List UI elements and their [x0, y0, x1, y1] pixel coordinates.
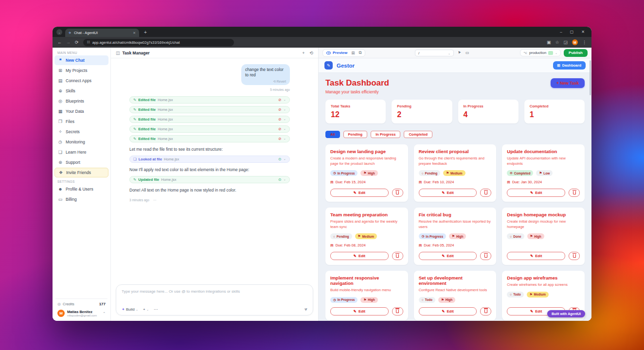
delete-task-button[interactable]	[392, 307, 403, 315]
edit-task-button[interactable]: ✎ Edit	[330, 252, 389, 260]
edited-file-chip[interactable]: ✎ Edited file Home.jsx ⊘ ⌄	[129, 135, 290, 142]
route-select[interactable]: / ⌄	[415, 50, 454, 56]
sidebar-item-billing[interactable]: ▭ Billing	[54, 194, 108, 204]
filter-button[interactable]: Completed	[404, 131, 432, 138]
message-more-icon[interactable]: ⋯	[153, 198, 157, 202]
history-icon[interactable]: ⟲	[309, 51, 313, 55]
dashboard-button[interactable]: ⊞ Dashboard	[553, 61, 586, 70]
edit-task-button[interactable]: ✎ Edit	[330, 189, 389, 197]
edit-task-button[interactable]: ✎ Edit	[419, 307, 477, 315]
environment-dropdown[interactable]: ⌥ production ⌄	[520, 49, 561, 56]
revert-circle-icon[interactable]: ⊘	[278, 137, 281, 141]
edit-task-button[interactable]: ✎ Edit	[419, 252, 477, 260]
filter-button[interactable]: In Progress	[371, 131, 400, 138]
edited-file-chip[interactable]: ✎ Edited file Home.jsx ⊘ ⌄	[129, 116, 290, 123]
revert-circle-icon[interactable]: ⊘	[278, 98, 281, 102]
chevron-down-icon: ⌄	[448, 52, 450, 55]
more-options-button[interactable]: ⋯	[154, 307, 158, 312]
edited-file-chip[interactable]: ✎ Edited file Home.jsx ⊘ ⌄	[129, 106, 290, 113]
browser-tab[interactable]: ✈ Chat - AgentUI ✕	[65, 29, 139, 37]
chevron-down-icon[interactable]: ⌄	[284, 117, 286, 121]
preview-tab[interactable]: Preview	[326, 51, 347, 55]
forward-icon[interactable]: →	[66, 40, 71, 45]
delete-task-button[interactable]	[392, 189, 403, 197]
sidebar-item-blueprints[interactable]: ◎ Blueprints	[54, 96, 108, 106]
build-mode-dropdown[interactable]: ✦ Build ⌄	[122, 307, 138, 312]
sidebar-item-support[interactable]: ⊛ Support	[54, 158, 108, 167]
reload-icon[interactable]: ⟳	[75, 40, 79, 45]
browser-profile-avatar[interactable]: M	[572, 39, 578, 45]
looked-file-chip[interactable]: ❏ Looked at file Home.jsx ⊙ ⌄	[129, 156, 290, 163]
bookmark-star-icon[interactable]: ☆	[555, 40, 559, 45]
chevron-down-icon[interactable]: ⌄	[284, 127, 286, 131]
publish-button[interactable]: Publish	[564, 49, 588, 57]
edit-task-button[interactable]: ✎ Edit	[330, 307, 389, 315]
edited-file-chip[interactable]: ✎ Edited file Home.jsx ⊘ ⌄	[129, 125, 290, 133]
edited-file-chip[interactable]: ✎ Edited file Home.jsx ⊘ ⌄	[129, 96, 290, 104]
filter-button[interactable]: Pending	[343, 131, 368, 138]
sidebar-item-profile-users[interactable]: ☻ Profile & Users	[54, 184, 108, 194]
chat-messages[interactable]: change the text color to red ⟲ Revert 5 …	[111, 58, 318, 280]
window-minimize-button[interactable]: –	[560, 30, 562, 34]
chevron-down-icon[interactable]: ⌄	[284, 177, 286, 181]
edit-task-button[interactable]: ✎ Edit	[419, 189, 477, 197]
message-input[interactable]: Type your message here... Or use @ to me…	[116, 284, 313, 315]
install-app-icon[interactable]: ▣	[547, 40, 551, 45]
sidebar-item-new-chat[interactable]: ❝ New Chat	[54, 55, 108, 65]
delete-task-button[interactable]	[569, 189, 580, 197]
edit-task-button[interactable]: ✎ Edit	[507, 189, 565, 197]
revert-circle-icon[interactable]: ⊘	[278, 127, 281, 131]
chevron-down-icon[interactable]: ⌄	[284, 157, 286, 161]
send-icon[interactable]: ➤	[303, 306, 309, 313]
filter-button[interactable]: All	[325, 131, 340, 138]
attach-button[interactable]: + ⌄	[143, 307, 149, 312]
sidebar-item-secrets[interactable]: ✧ Secrets	[54, 127, 108, 137]
chevron-down-icon[interactable]: ⌄	[284, 137, 286, 140]
new-tab-button[interactable]: +	[144, 30, 147, 35]
window-maximize-button[interactable]: ▢	[570, 30, 574, 34]
sidebar-item-monitoring[interactable]: ◷ Monitoring	[54, 137, 108, 147]
grid-view-icon[interactable]: ⊞	[351, 51, 355, 55]
edit-task-button[interactable]: ✎ Edit	[507, 252, 565, 260]
delete-task-button[interactable]	[569, 252, 580, 260]
chevron-down-icon[interactable]: ⌄	[284, 98, 286, 102]
user-menu[interactable]: M Matias Benitez mbqcodes@gmail.com ⌃	[53, 308, 110, 321]
sidebar-item-learn-here[interactable]: ❏ Learn Here	[54, 147, 108, 157]
extensions-icon[interactable]: ◲	[563, 40, 568, 45]
sidebar-item-invite-friends[interactable]: ❖ Invite Friends	[54, 168, 108, 177]
status-badge: ⊙ Completed	[507, 170, 533, 176]
device-monitor-icon[interactable]: ▭	[465, 51, 469, 55]
sidebar-item-files[interactable]: ❐ Files	[54, 117, 108, 126]
new-task-button[interactable]: + New Task	[551, 78, 585, 88]
revert-circle-icon[interactable]: ⊘	[278, 107, 281, 112]
delete-task-button[interactable]	[480, 189, 491, 197]
chevron-down-icon[interactable]: ⌄	[284, 107, 286, 111]
revert-link[interactable]: ⟲ Revert	[245, 80, 286, 84]
open-external-icon[interactable]: ⧉	[358, 50, 361, 55]
address-bar[interactable]: ☷ app.agentui.ai/chat/cmlk8boqw02g7s31f1…	[83, 39, 234, 46]
delete-task-button[interactable]	[392, 252, 403, 260]
sidebar-item-skills[interactable]: ⊕ Skills	[54, 86, 108, 96]
window-close-button[interactable]: ✕	[581, 30, 585, 34]
scrollbar-thumb[interactable]	[590, 60, 591, 95]
gift-icon: ❖	[58, 170, 63, 175]
tab-close-icon[interactable]: ✕	[133, 31, 136, 35]
sidebar-item-connect-apps[interactable]: ▤ Connect Apps	[54, 76, 108, 86]
updated-file-chip[interactable]: ✎ Updated file Home.jsx ⊙ ⌄	[129, 176, 290, 183]
built-with-badge[interactable]: Built with AgentUI	[547, 310, 585, 317]
revert-circle-icon[interactable]: ⊘	[278, 117, 281, 122]
sidebar-item-my-projects[interactable]: ⊞ My Projects	[54, 66, 108, 75]
flag-icon: ⚑	[530, 234, 533, 238]
back-icon[interactable]: ←	[57, 40, 62, 45]
sidebar-item-your-data[interactable]: ▦ Your Data	[54, 106, 108, 116]
site-settings-icon[interactable]: ☷	[87, 40, 90, 44]
due-date: ▤ Due: Feb 10, 2024	[419, 180, 492, 184]
delete-task-button[interactable]	[480, 252, 491, 260]
select-cursor-icon[interactable]: ➤	[457, 50, 462, 55]
sidebar-item-label: Connect Apps	[66, 78, 91, 83]
tab-search-button[interactable]: ⌄	[56, 29, 62, 35]
new-chat-icon[interactable]: +	[302, 51, 304, 55]
browser-menu-icon[interactable]: ⋮	[582, 40, 587, 45]
delete-task-button[interactable]	[480, 307, 491, 315]
preview-viewport[interactable]: ✎ Gestor ⊞ Dashboard Task Dashboard Mana…	[319, 58, 591, 321]
